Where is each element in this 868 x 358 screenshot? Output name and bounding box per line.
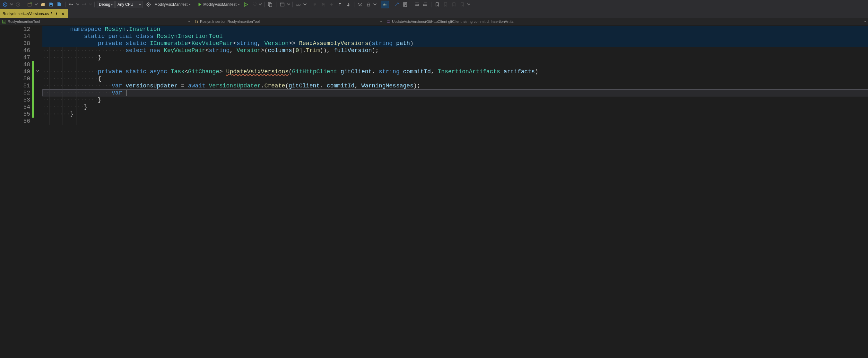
svg-rect-3 xyxy=(50,5,52,6)
code-line[interactable]: ················} xyxy=(42,54,868,61)
bookmark-next-button xyxy=(450,1,458,8)
indent-guide xyxy=(49,47,50,125)
class-icon xyxy=(194,19,199,24)
undo-chev[interactable] xyxy=(76,1,80,8)
document-tab-well: RoslynInsert...yVersions.cs* xyxy=(0,9,868,18)
code-line[interactable]: ····················var xyxy=(42,89,868,97)
code-editor[interactable]: 1214384647484950515253545556 namespace R… xyxy=(0,25,868,358)
toolbar-chev[interactable] xyxy=(467,1,471,8)
nav-back-button[interactable] xyxy=(1,1,9,8)
startup-b-label: ModifyVsixManifest xyxy=(203,2,236,7)
document-tab-dirty-icon: * xyxy=(51,11,52,16)
outdent-button[interactable] xyxy=(422,1,429,8)
nav-back-chev[interactable] xyxy=(10,1,13,8)
start-debug-button[interactable]: ModifyVsixManifest xyxy=(196,1,241,8)
start-no-debug-button[interactable] xyxy=(242,1,249,8)
platform-dropdown[interactable]: Any CPU xyxy=(115,1,143,8)
code-line[interactable]: ························select new KeyVa… xyxy=(42,47,868,54)
abc-highlight-button[interactable]: abc xyxy=(381,1,389,8)
navigation-bar: C# RoslynInsertionTool Roslyn.Insertion.… xyxy=(0,18,868,25)
code-line[interactable]: ················} xyxy=(42,97,868,104)
nav-project-dropdown[interactable]: C# RoslynInsertionTool xyxy=(0,18,192,25)
save-all-button[interactable] xyxy=(56,1,63,8)
svg-text:DD: DD xyxy=(296,3,301,6)
fold-gutter[interactable] xyxy=(34,25,42,358)
indent-button[interactable] xyxy=(413,1,421,8)
redo-button xyxy=(80,1,88,8)
svg-rect-8 xyxy=(280,3,284,6)
nav-type-dropdown[interactable]: Roslyn.Insertion.RoslynInsertionTool xyxy=(192,18,384,25)
document-tab-title: RoslynInsert...yVersions.cs xyxy=(3,11,49,16)
code-line[interactable]: namespace Roslyn.Insertion xyxy=(42,26,868,33)
lock-button[interactable] xyxy=(365,1,372,8)
code-line[interactable]: ············} xyxy=(42,104,868,111)
svg-rect-12 xyxy=(367,4,370,6)
line-number-column: 1214384647484950515253545556 xyxy=(5,25,34,358)
svg-point-0 xyxy=(3,3,7,6)
document-tab-active[interactable]: RoslynInsert...yVersions.cs* xyxy=(0,9,68,18)
code-line[interactable]: ················{ xyxy=(42,75,868,82)
csharp-project-icon: C# xyxy=(2,19,6,24)
uncomment-button xyxy=(319,1,327,8)
attach-chev[interactable] xyxy=(258,1,262,8)
member-demo-chev[interactable] xyxy=(303,1,307,8)
undo-button[interactable] xyxy=(67,1,75,8)
member-demo-button[interactable]: DD xyxy=(295,1,302,8)
platform-label: Any CPU xyxy=(118,2,133,7)
bookmark-clear-button xyxy=(458,1,466,8)
redo-chev xyxy=(89,1,92,8)
toggle-outline-button xyxy=(328,1,336,8)
svg-text:abc: abc xyxy=(383,3,387,6)
save-button[interactable] xyxy=(47,1,55,8)
svg-rect-7 xyxy=(269,3,272,7)
up-arrow-button[interactable] xyxy=(336,1,344,8)
configuration-label: Debug xyxy=(99,2,110,7)
collapse-button[interactable] xyxy=(356,1,364,8)
startup-project-a[interactable]: ModifyVsixManifest xyxy=(153,1,192,8)
nav-type-label: Roslyn.Insertion.RoslynInsertionTool xyxy=(200,20,260,24)
code-line[interactable]: ····················var versionsUpdater … xyxy=(42,82,868,89)
window-layout-button[interactable] xyxy=(278,1,286,8)
open-file-button[interactable] xyxy=(39,1,46,8)
bookmark-prev-button xyxy=(442,1,450,8)
new-project-button[interactable] xyxy=(26,1,34,8)
pin-tab-button[interactable] xyxy=(54,11,59,16)
code-line[interactable]: ················private static async Tas… xyxy=(42,68,868,75)
main-toolbar: Debug Any CPU ModifyVsixManifest ModifyV… xyxy=(0,0,868,9)
build-button[interactable] xyxy=(145,1,153,8)
glyph-margin[interactable] xyxy=(0,25,5,358)
startup-a-label: ModifyVsixManifest xyxy=(154,2,187,7)
svg-point-1 xyxy=(16,3,20,6)
code-line[interactable] xyxy=(42,61,868,68)
svg-point-5 xyxy=(148,4,149,5)
text-caret xyxy=(126,90,126,96)
nav-back-chev-2[interactable] xyxy=(34,1,38,8)
method-icon xyxy=(386,19,391,24)
svg-text:C#: C# xyxy=(3,21,5,23)
nav-member-label: UpdateVsixVersions(GitHttpClient gitClie… xyxy=(392,20,513,24)
indent-guide xyxy=(76,47,76,125)
find-in-files-button[interactable] xyxy=(267,1,274,8)
code-line[interactable]: static partial class RoslynInsertionTool xyxy=(42,33,868,40)
format-button[interactable] xyxy=(401,1,409,8)
down-arrow-button[interactable] xyxy=(344,1,352,8)
nav-project-label: RoslynInsertionTool xyxy=(8,20,40,24)
lock-chev[interactable] xyxy=(373,1,377,8)
change-indicator xyxy=(32,61,34,118)
tool-a-button[interactable] xyxy=(393,1,401,8)
attach-button xyxy=(250,1,258,8)
code-line[interactable] xyxy=(42,118,868,125)
code-line[interactable]: private static IEnumerable<KeyValuePair<… xyxy=(42,40,868,47)
close-tab-button[interactable] xyxy=(61,11,65,16)
comment-button xyxy=(311,1,319,8)
indent-guide xyxy=(63,47,63,125)
code-surface[interactable]: namespace Roslyn.Insertion static partia… xyxy=(42,25,868,358)
svg-rect-17 xyxy=(387,21,390,22)
fold-chevron-icon[interactable] xyxy=(35,69,40,73)
configuration-dropdown[interactable]: Debug xyxy=(97,1,115,8)
window-layout-chev[interactable] xyxy=(287,1,290,8)
bookmark-button[interactable] xyxy=(433,1,441,8)
nav-forward-button xyxy=(14,1,22,8)
nav-member-dropdown[interactable]: UpdateVsixVersions(GitHttpClient gitClie… xyxy=(384,18,868,25)
code-line[interactable]: ········} xyxy=(42,111,868,118)
